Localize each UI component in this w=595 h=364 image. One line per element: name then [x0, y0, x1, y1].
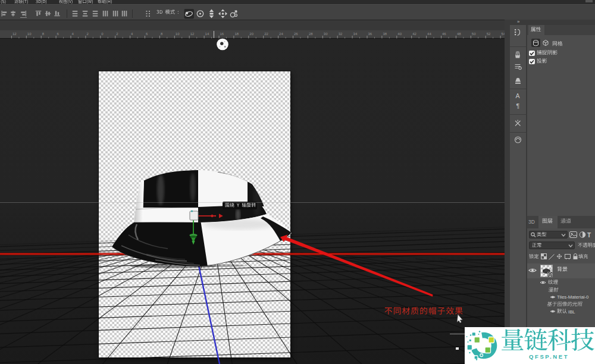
svg-text:12: 12 — [190, 32, 195, 36]
svg-text:16: 16 — [220, 32, 224, 36]
svg-text:0: 0 — [101, 32, 104, 36]
svg-text:20: 20 — [249, 32, 253, 36]
svg-text:22: 22 — [264, 32, 268, 36]
svg-text:6: 6 — [57, 32, 60, 36]
svg-text:4: 4 — [131, 32, 133, 36]
svg-text:12: 12 — [12, 32, 17, 36]
svg-text:50: 50 — [472, 32, 476, 36]
svg-text:28: 28 — [309, 32, 313, 36]
svg-text:2: 2 — [116, 32, 118, 36]
svg-text:48: 48 — [457, 32, 461, 36]
svg-text:30: 30 — [324, 32, 328, 36]
svg-text:18: 18 — [234, 32, 239, 36]
svg-text:8: 8 — [161, 32, 163, 36]
svg-text:4: 4 — [72, 32, 74, 36]
svg-text:6: 6 — [146, 32, 148, 36]
svg-text:42: 42 — [412, 32, 416, 36]
svg-text:2: 2 — [86, 32, 89, 36]
svg-text:T: T — [587, 232, 591, 239]
svg-text:10: 10 — [27, 32, 32, 36]
svg-text:36: 36 — [368, 32, 372, 36]
svg-text:38: 38 — [383, 32, 387, 36]
svg-text:32: 32 — [339, 32, 343, 36]
svg-text:34: 34 — [353, 32, 358, 36]
svg-text:10: 10 — [176, 32, 180, 36]
svg-text:A: A — [516, 92, 520, 99]
svg-text:24: 24 — [279, 32, 283, 36]
svg-text:26: 26 — [294, 32, 298, 36]
svg-text:40: 40 — [397, 32, 402, 36]
svg-text:14: 14 — [205, 32, 209, 36]
svg-text:46: 46 — [442, 32, 446, 36]
svg-text:¶: ¶ — [516, 102, 520, 109]
svg-text:52: 52 — [487, 32, 491, 36]
svg-text:44: 44 — [427, 32, 431, 36]
svg-text:8: 8 — [42, 32, 45, 36]
